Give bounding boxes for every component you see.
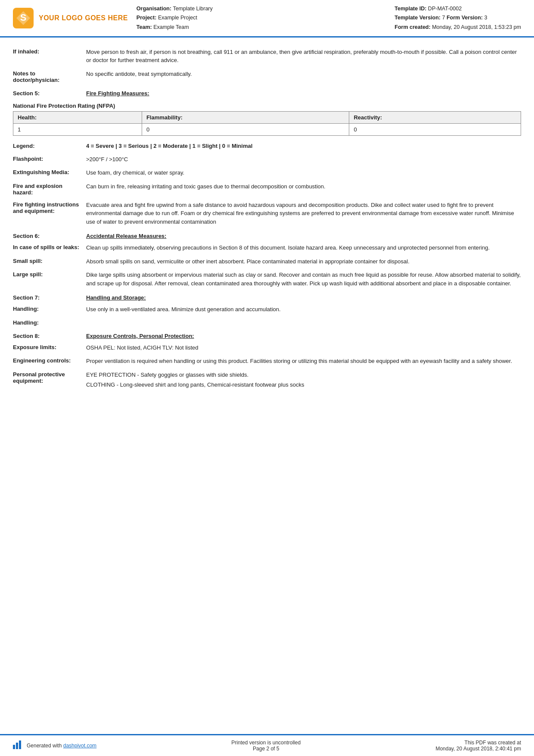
template-id-line: Template ID: DP-MAT-0002 — [394, 4, 521, 13]
project-line: Project: Example Project — [137, 13, 386, 22]
template-version-line: Template Version: 7 Form Version: 3 — [394, 13, 521, 22]
large-spill-row: Large spill: Dike large spills using abs… — [13, 268, 521, 290]
engineering-row: Engineering controls: Proper ventilation… — [13, 354, 521, 368]
nfpa-title: National Fire Protection Rating (NFPA) — [13, 103, 521, 109]
nfpa-table: Health: Flammability: Reactivity: 1 0 0 — [13, 111, 521, 136]
handling1-label: Handling: — [13, 305, 82, 312]
header-meta-right: Template ID: DP-MAT-0002 Template Versio… — [394, 4, 521, 32]
fire-hazard-row: Fire and explosion hazard: Can burn in f… — [13, 180, 521, 198]
section8-heading: Section 8: Exposure Controls, Personal P… — [13, 328, 521, 341]
svg-rect-4 — [19, 740, 21, 749]
svg-text:S: S — [20, 12, 27, 23]
content: If inhaled: Move person to fresh air, if… — [0, 37, 534, 734]
spills-value: Clean up spills immediately, observing p… — [86, 244, 521, 252]
footer-generated-text: Generated with dashpivot.com — [27, 743, 96, 749]
footer-left: Generated with dashpivot.com — [13, 740, 96, 751]
nfpa-section: National Fire Protection Rating (NFPA) H… — [13, 103, 521, 136]
small-spill-value: Absorb small spills on sand, vermiculite… — [86, 257, 521, 266]
team-line: Team: Example Team — [137, 23, 386, 32]
logo-svg: S — [16, 10, 31, 26]
section8-label: Section 8: — [13, 333, 82, 339]
fire-fighting-row: Fire fighting instructions and equipment… — [13, 198, 521, 229]
nfpa-health-header: Health: — [13, 111, 142, 123]
notes-row: Notes to doctor/physician: No specific a… — [13, 67, 521, 86]
exposure-row: Exposure limits: OSHA PEL: Not listed, A… — [13, 341, 521, 355]
exposure-label: Exposure limits: — [13, 344, 82, 350]
handling2-row: Handling: — [13, 316, 521, 328]
logo-icon: S — [13, 8, 34, 28]
footer-uncontrolled: Printed version is uncontrolled — [231, 740, 301, 746]
small-spill-label: Small spill: — [13, 257, 82, 264]
engineering-label: Engineering controls: — [13, 357, 82, 364]
engineering-value: Proper ventilation is required when hand… — [86, 357, 521, 366]
ppe-value2: CLOTHING - Long-sleeved shirt and long p… — [86, 381, 521, 389]
footer-center: Printed version is uncontrolled Page 2 o… — [231, 740, 301, 752]
header: S YOUR LOGO GOES HERE Organisation: Temp… — [0, 0, 534, 37]
extinguishing-value: Use foam, dry chemical, or water spray. — [86, 169, 521, 177]
section7-heading: Section 7: Handling and Storage: — [13, 290, 521, 303]
fire-fighting-label: Fire fighting instructions and equipment… — [13, 201, 82, 214]
svg-rect-3 — [16, 743, 18, 749]
nfpa-reactivity-value: 0 — [349, 123, 521, 135]
footer: Generated with dashpivot.com Printed ver… — [0, 734, 534, 756]
footer-link[interactable]: dashpivot.com — [63, 743, 96, 749]
ppe-row: Personal protective equipment: EYE PROTE… — [13, 368, 521, 392]
small-spill-row: Small spill: Absorb small spills on sand… — [13, 255, 521, 269]
extinguishing-row: Extinguishing Media: Use foam, dry chemi… — [13, 166, 521, 180]
ppe-label: Personal protective equipment: — [13, 371, 82, 384]
notes-value: No specific antidote, treat symptomatica… — [86, 70, 521, 78]
flashpoint-row: Flashpoint: >200°F / >100°C — [13, 153, 521, 166]
svg-rect-2 — [13, 745, 15, 749]
flashpoint-value: >200°F / >100°C — [86, 155, 521, 164]
if-inhaled-value: Move person to fresh air, if person is n… — [86, 48, 521, 65]
section5-label: Section 5: — [13, 90, 82, 97]
header-meta-center: Organisation: Template Library Project: … — [137, 4, 386, 32]
section5-heading: Section 5: Fire Fighting Measures: — [13, 86, 521, 98]
logo-area: S YOUR LOGO GOES HERE — [13, 4, 128, 32]
section6-heading: Section 6: Accidental Release Measures: — [13, 228, 521, 241]
legend-value: 4 = Severe | 3 = Serious | 2 = Moderate … — [86, 143, 252, 149]
org-line: Organisation: Template Library — [137, 4, 386, 13]
large-spill-label: Large spill: — [13, 271, 82, 278]
if-inhaled-row: If inhaled: Move person to fresh air, if… — [13, 45, 521, 67]
legend-label: Legend: — [13, 143, 82, 149]
notes-label: Notes to doctor/physician: — [13, 70, 82, 83]
handling1-value: Use only in a well-ventilated area. Mini… — [86, 305, 521, 314]
nfpa-flammability-value: 0 — [142, 123, 349, 135]
footer-pdf-created: This PDF was created at — [435, 740, 521, 746]
footer-right: This PDF was created at Monday, 20 Augus… — [435, 740, 521, 752]
fire-fighting-value: Evacuate area and fight fire upwind from… — [86, 201, 521, 226]
section7-title: Handling and Storage: — [86, 294, 146, 301]
footer-page: Page 2 of 5 — [231, 746, 301, 752]
fire-hazard-label: Fire and explosion hazard: — [13, 182, 82, 196]
extinguishing-label: Extinguishing Media: — [13, 169, 82, 175]
form-created-line: Form created: Monday, 20 August 2018, 1:… — [394, 23, 521, 32]
legend-row: Legend: 4 = Severe | 3 = Serious | 2 = M… — [13, 139, 521, 153]
section6-title: Accidental Release Measures: — [86, 233, 166, 239]
if-inhaled-label: If inhaled: — [13, 48, 82, 55]
spills-label: In case of spills or leaks: — [13, 244, 82, 250]
page: S YOUR LOGO GOES HERE Organisation: Temp… — [0, 0, 534, 756]
nfpa-health-value: 1 — [13, 123, 142, 135]
flashpoint-label: Flashpoint: — [13, 155, 82, 162]
ppe-value: EYE PROTECTION - Safety goggles or glass… — [86, 371, 521, 389]
nfpa-flammability-header: Flammability: — [142, 111, 349, 123]
footer-pdf-date: Monday, 20 August 2018, 2:40:41 pm — [435, 746, 521, 752]
ppe-value1: EYE PROTECTION - Safety goggles or glass… — [86, 371, 521, 379]
spills-row: In case of spills or leaks: Clean up spi… — [13, 241, 521, 255]
section7-label: Section 7: — [13, 294, 82, 301]
section8-title: Exposure Controls, Personal Protection: — [86, 333, 194, 339]
handling2-label: Handling: — [13, 319, 82, 326]
large-spill-value: Dike large spills using absorbent or imp… — [86, 271, 521, 287]
nfpa-header-row: Health: Flammability: Reactivity: — [13, 111, 521, 123]
section5-title: Fire Fighting Measures: — [86, 90, 149, 97]
footer-logo-icon — [13, 740, 23, 751]
exposure-value: OSHA PEL: Not listed, ACIGH TLV: Not lis… — [86, 344, 521, 352]
handling1-row: Handling: Use only in a well-ventilated … — [13, 303, 521, 316]
section6-label: Section 6: — [13, 233, 82, 239]
bar-chart-svg — [13, 740, 23, 749]
logo-text: YOUR LOGO GOES HERE — [39, 14, 128, 22]
nfpa-data-row: 1 0 0 — [13, 123, 521, 135]
nfpa-reactivity-header: Reactivity: — [349, 111, 521, 123]
fire-hazard-value: Can burn in fire, releasing irritating a… — [86, 182, 521, 191]
